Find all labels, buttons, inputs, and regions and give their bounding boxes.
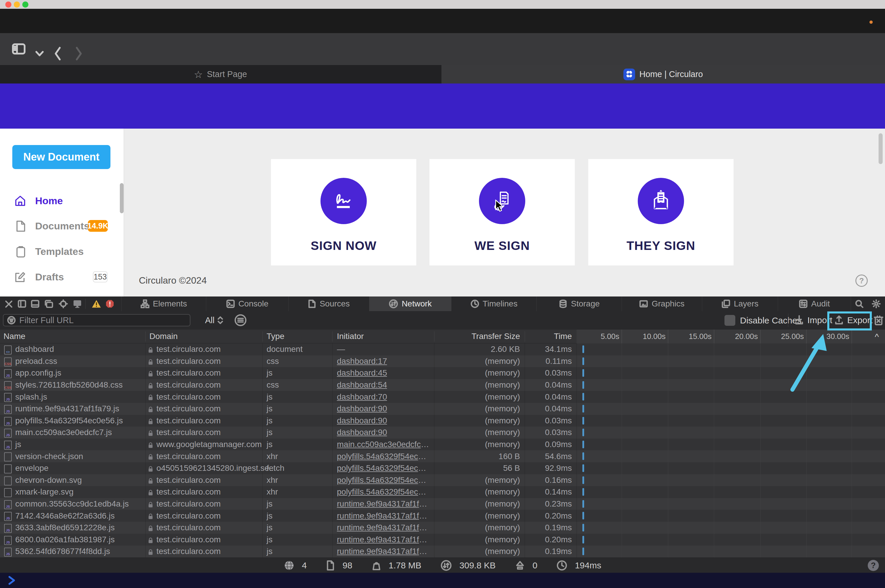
tab-elements[interactable]: Elements xyxy=(121,297,206,311)
request-initiator[interactable]: dashboard:90 xyxy=(337,428,387,437)
tab-network[interactable]: Network xyxy=(369,297,451,311)
request-initiator[interactable]: — xyxy=(337,345,345,354)
undock-icon[interactable] xyxy=(44,300,53,308)
table-row[interactable]: CSS preload.css test.circularo.com css d… xyxy=(0,356,885,368)
table-row[interactable]: JS js www.googletagmanager.com js main.c… xyxy=(0,439,885,451)
request-initiator[interactable]: runtime.9ef9a4317af1fa79.js:... xyxy=(337,511,430,520)
tab-sources[interactable]: Sources xyxy=(288,297,369,311)
they-sign-card[interactable]: THEY SIGN xyxy=(588,159,734,266)
tab-timelines[interactable]: Timelines xyxy=(451,297,536,311)
table-row[interactable]: version-check.json test.circularo.com xh… xyxy=(0,450,885,462)
console-icon xyxy=(226,299,235,308)
table-row[interactable]: CSS styles.726118cfb5260d48.css test.cir… xyxy=(0,379,885,391)
table-row[interactable]: JS common.35563cc9dc1edb4a.js test.circu… xyxy=(0,498,885,510)
tab-graphics[interactable]: Graphics xyxy=(622,297,702,311)
request-initiator[interactable]: main.cc509ac3e0edcfc7.js:1:... xyxy=(337,440,430,449)
table-row[interactable]: JS 7142.4346a8e62f2a63d6.js test.circula… xyxy=(0,510,885,522)
table-row[interactable]: <> dashboard test.circularo.com document… xyxy=(0,344,885,356)
dock-left-icon[interactable] xyxy=(18,300,26,308)
table-row[interactable]: chevron-down.svg test.circularo.com xhr … xyxy=(0,474,885,486)
minimize-traffic-light[interactable] xyxy=(14,2,20,8)
dock-bottom-icon[interactable] xyxy=(31,300,39,308)
table-row[interactable]: JS 6800.0a026a1fab381987.js test.circula… xyxy=(0,534,885,546)
sidebar-item-drafts[interactable]: Drafts 153 xyxy=(0,267,124,286)
table-row[interactable]: envelope o4505159621345280.ingest.se... … xyxy=(0,462,885,474)
table-row[interactable]: JS 5362.54fd678677f4f8dd.js test.circula… xyxy=(0,546,885,558)
sidebar-toggle-icon[interactable] xyxy=(12,42,26,56)
browser-tab-strip: ☆ Start Page Home | Circularo xyxy=(0,65,885,84)
request-initiator[interactable]: dashboard:54 xyxy=(337,380,387,390)
request-initiator[interactable]: dashboard:45 xyxy=(337,368,387,378)
warnings-icon[interactable] xyxy=(92,299,101,308)
request-initiator[interactable]: polyfills.54a6329f54ec0e56... xyxy=(337,487,430,496)
disable-caches-checkbox[interactable] xyxy=(724,315,735,326)
new-document-button[interactable]: New Document xyxy=(12,145,111,169)
request-name: xmark-large.svg xyxy=(15,487,74,496)
column-divider[interactable] xyxy=(145,332,146,342)
table-row[interactable]: JS runtime.9ef9a4317af1fa79.js test.circ… xyxy=(0,403,885,415)
filter-options-icon[interactable] xyxy=(234,314,247,327)
tab-console[interactable]: Console xyxy=(206,297,288,311)
column-header-type[interactable]: Type xyxy=(267,332,285,341)
device-settings-icon[interactable] xyxy=(72,299,82,308)
request-initiator[interactable]: runtime.9ef9a4317af1fa79.js:... xyxy=(337,547,430,556)
sidebar-item-templates[interactable]: Templates xyxy=(0,242,124,261)
column-header-name[interactable]: Name xyxy=(3,332,26,341)
request-initiator[interactable]: dashboard:90 xyxy=(337,404,387,413)
element-picker-icon[interactable] xyxy=(58,299,68,308)
request-initiator[interactable]: runtime.9ef9a4317af1fa79.js:... xyxy=(337,535,430,544)
tab-layers[interactable]: Layers xyxy=(702,297,778,311)
tab-start-page[interactable]: ☆ Start Page xyxy=(0,65,441,84)
request-initiator[interactable]: polyfills.54a6329f54ec0e56... xyxy=(337,452,430,461)
sidebar-item-home[interactable]: Home xyxy=(0,191,124,210)
inspector-search-icon[interactable] xyxy=(855,299,864,308)
table-row[interactable]: xmark-large.svg test.circularo.com xhr p… xyxy=(0,486,885,498)
column-header-initiator[interactable]: Initiator xyxy=(337,332,364,341)
request-initiator[interactable]: polyfills.54a6329f54ec0e56... xyxy=(337,464,430,473)
table-row[interactable]: JS main.cc509ac3e0edcfc7.js test.circula… xyxy=(0,427,885,439)
table-row[interactable]: JS splash.js test.circularo.com js dashb… xyxy=(0,391,885,403)
chevron-down-icon[interactable] xyxy=(34,50,45,57)
table-row[interactable]: JS polyfills.54a6329f54ec0e56.js test.ci… xyxy=(0,415,885,427)
browser-toolbar: test.circularo.com xyxy=(0,33,885,65)
main-scrollbar[interactable] xyxy=(879,133,883,164)
request-initiator[interactable]: dashboard:90 xyxy=(337,416,387,425)
column-header-time[interactable]: Time xyxy=(554,332,572,341)
expand-chevron-icon[interactable] xyxy=(6,575,16,586)
request-initiator[interactable]: runtime.9ef9a4317af1fa79.js:... xyxy=(337,523,430,532)
clear-network-items-trash-icon[interactable] xyxy=(874,315,884,326)
inspector-help-button[interactable]: ? xyxy=(868,560,879,571)
column-header-domain[interactable]: Domain xyxy=(149,332,177,341)
back-button[interactable] xyxy=(52,45,64,62)
inspector-settings-gear-icon[interactable] xyxy=(872,299,881,309)
request-transfer-size: (memory) xyxy=(485,392,520,402)
scroll-up-icon[interactable]: ^ xyxy=(875,332,879,342)
column-divider[interactable] xyxy=(434,332,435,342)
request-domain: test.circularo.com xyxy=(156,357,220,366)
filter-input[interactable]: Filter Full URL xyxy=(3,314,190,326)
sidebar-item-documents[interactable]: Documents 14.9K xyxy=(0,216,124,235)
sign-now-card[interactable]: SIGN NOW xyxy=(271,159,416,266)
request-initiator[interactable]: dashboard:70 xyxy=(337,392,387,402)
resource-type-select[interactable]: All xyxy=(205,314,223,326)
we-sign-card[interactable]: WE SIGN xyxy=(429,159,575,266)
tab-storage[interactable]: Storage xyxy=(536,297,622,311)
request-initiator[interactable]: dashboard:17 xyxy=(337,357,387,366)
column-divider[interactable] xyxy=(262,332,263,342)
table-row[interactable]: JS app.config.js test.circularo.com js d… xyxy=(0,367,885,379)
forward-button[interactable] xyxy=(73,45,84,62)
column-header-transfer-size[interactable]: Transfer Size xyxy=(472,332,520,341)
errors-icon[interactable] xyxy=(105,299,114,308)
request-initiator[interactable]: runtime.9ef9a4317af1fa79.js:... xyxy=(337,499,430,508)
close-icon[interactable] xyxy=(4,300,13,308)
tab-audit[interactable]: Audit xyxy=(778,297,851,311)
tab-home-circularo[interactable]: Home | Circularo xyxy=(441,65,885,84)
table-row[interactable]: JS 3633.3abf8ed65912228e.js test.circula… xyxy=(0,522,885,534)
import-button[interactable]: Import xyxy=(795,315,832,326)
zoom-traffic-light[interactable] xyxy=(22,2,28,8)
column-divider[interactable] xyxy=(332,332,333,342)
help-button[interactable]: ? xyxy=(855,274,868,287)
column-divider[interactable] xyxy=(525,332,525,342)
close-traffic-light[interactable] xyxy=(5,2,11,8)
request-initiator[interactable]: polyfills.54a6329f54ec0e56... xyxy=(337,476,430,485)
